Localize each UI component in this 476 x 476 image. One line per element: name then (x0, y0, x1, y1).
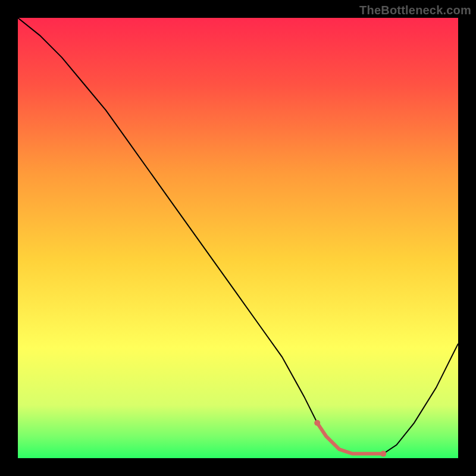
watermark-label: TheBottleneck.com (359, 4, 471, 17)
plot-area (18, 18, 458, 458)
flat-region-lobe (314, 420, 320, 426)
chart-frame: TheBottleneck.com (0, 0, 476, 476)
flat-region-lobe (380, 451, 386, 457)
chart-svg (18, 18, 458, 458)
